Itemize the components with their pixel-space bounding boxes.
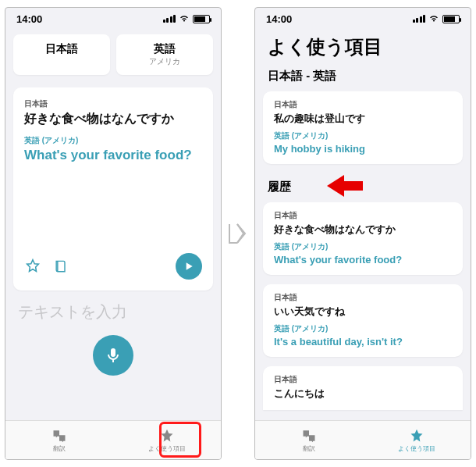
source-language-button[interactable]: 日本語 [13,34,110,75]
status-time: 14:00 [266,13,292,25]
fav-src-label: 日本語 [274,99,452,110]
phone-left: 14:00 日本語 英語 アメリカ 日本語 好きな食べ物はなんですか 英語 (ア… [5,7,222,460]
tab-bar: 翻訳 よく使う項目 [255,420,471,459]
target-text: What's your favorite food? [24,148,202,163]
source-language-label: 日本語 [16,42,107,56]
hist-trg-text: What's your favorite food? [274,254,452,266]
fav-trg-label: 英語 (アメリカ) [274,130,452,141]
tab-translate[interactable]: 翻訳 [5,421,113,459]
phone-right: 14:00 よく使う項目 日本語 - 英語 日本語 私の趣味は登山です 英語 (… [254,7,471,460]
text-input[interactable]: テキストを入力 [5,295,221,323]
target-lang-tag: 英語 (アメリカ) [24,135,202,146]
history-item[interactable]: 日本語 こんにちは [263,366,463,410]
hist-trg-label: 英語 (アメリカ) [274,241,452,252]
history-header: 履歴 [255,169,471,198]
language-selector-row: 日本語 英語 アメリカ [5,27,221,83]
signal-icon [413,15,426,23]
signal-icon [163,15,176,23]
annotation-arrow-icon [327,172,363,200]
language-pair-header: 日本語 - 英語 [255,64,471,87]
hist-trg-label: 英語 (アメリカ) [274,323,452,334]
wifi-icon [179,13,190,24]
fav-trg-text: My hobby is hiking [274,143,452,155]
source-lang-tag: 日本語 [24,98,202,109]
hist-src-text: 好きな食べ物はなんですか [274,223,452,237]
source-text: 好きな食べ物はなんですか [24,111,202,127]
tab-favorites-label: よく使う項目 [398,444,435,453]
status-indicators [413,13,460,24]
fav-src-text: 私の趣味は登山です [274,112,452,126]
battery-icon [442,15,460,23]
play-button[interactable] [176,253,202,280]
tab-bar: 翻訳 よく使う項目 [5,420,221,459]
transition-arrow-icon [226,218,250,249]
target-language-sublabel: アメリカ [119,56,210,67]
status-bar: 14:00 [255,8,471,27]
star-icon[interactable] [24,258,41,275]
wifi-icon [428,13,439,24]
history-item[interactable]: 日本語 好きな食べ物はなんですか 英語 (アメリカ) What's your f… [263,202,463,275]
target-language-button[interactable]: 英語 アメリカ [116,34,213,75]
hist-trg-text: It's a beautiful day, isn't it? [274,336,452,348]
hist-src-text: こんにちは [274,387,452,401]
hist-src-label: 日本語 [274,374,452,385]
tab-translate-label: 翻訳 [303,444,315,453]
hist-src-label: 日本語 [274,210,452,221]
book-icon[interactable] [52,258,69,275]
tab-translate[interactable]: 翻訳 [255,421,363,459]
hist-src-label: 日本語 [274,292,452,303]
svg-marker-0 [327,175,363,197]
hist-src-text: いい天気ですね [274,305,452,319]
page-title: よく使う項目 [255,27,471,64]
status-time: 14:00 [16,13,42,25]
tab-translate-label: 翻訳 [53,444,66,453]
tab-favorites[interactable]: よく使う項目 [113,421,221,459]
history-item[interactable]: 日本語 いい天気ですね 英語 (アメリカ) It's a beautiful d… [263,284,463,357]
mic-button[interactable] [93,335,133,376]
favorite-card[interactable]: 日本語 私の趣味は登山です 英語 (アメリカ) My hobby is hiki… [263,91,463,164]
battery-icon [193,15,210,23]
status-bar: 14:00 [5,8,221,27]
tab-favorites-label: よく使う項目 [148,444,186,453]
target-language-label: 英語 [119,42,210,56]
translation-card: 日本語 好きな食べ物はなんですか 英語 (アメリカ) What's your f… [13,87,213,291]
status-indicators [163,13,211,24]
tab-favorites[interactable]: よく使う項目 [363,421,471,459]
